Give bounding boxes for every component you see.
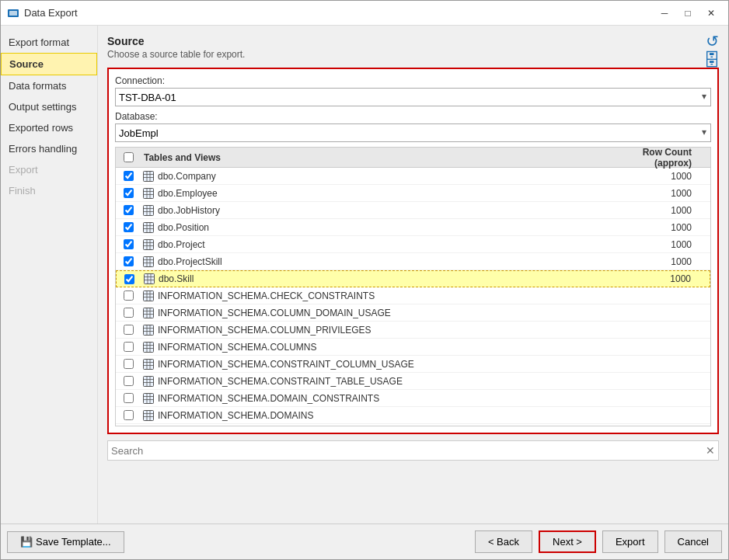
row-checkbox[interactable] — [116, 376, 141, 386]
row-check-input[interactable] — [124, 290, 134, 301]
row-checkbox[interactable] — [117, 274, 141, 284]
row-check-input[interactable] — [124, 410, 134, 420]
svg-rect-17 — [144, 222, 154, 232]
row-count: 1000 — [617, 239, 710, 250]
cancel-button[interactable]: Cancel — [664, 530, 722, 553]
sidebar-item-export-format[interactable]: Export format — [1, 32, 97, 53]
table-row[interactable]: dbo.Skill 1000 — [116, 270, 710, 287]
row-check-input[interactable] — [124, 222, 134, 232]
table-row[interactable]: dbo.Employee 1000 — [116, 185, 710, 202]
database-select[interactable]: JobEmpl — [115, 123, 711, 142]
connection-select[interactable]: TST-DBA-01 — [115, 88, 711, 106]
row-checkbox[interactable] — [116, 188, 141, 198]
row-check-input[interactable] — [124, 205, 134, 215]
table-row[interactable]: INFORMATION_SCHEMA.COLUMN_PRIVILEGES — [116, 322, 710, 339]
row-name: dbo.Company — [158, 170, 617, 183]
connection-select-wrapper: TST-DBA-01 — [115, 88, 711, 106]
search-input[interactable] — [111, 445, 706, 457]
table-row[interactable]: dbo.ProjectSkill 1000 — [116, 253, 710, 270]
sidebar-item-source[interactable]: Source — [1, 53, 97, 75]
row-checkbox[interactable] — [116, 325, 141, 335]
save-template-button[interactable]: 💾 Save Template... — [7, 531, 124, 553]
table-row[interactable]: INFORMATION_SCHEMA.CHECK_CONSTRAINTS — [116, 287, 710, 304]
table-row[interactable]: INFORMATION_SCHEMA.CONSTRAINT_TABLE_USAG… — [116, 373, 710, 390]
table-header: Tables and Views Row Count (approx) — [116, 148, 710, 168]
row-checkbox[interactable] — [116, 222, 141, 232]
svg-rect-7 — [144, 188, 154, 198]
close-button[interactable]: ✕ — [700, 4, 722, 23]
row-checkbox[interactable] — [116, 256, 141, 266]
row-check-input[interactable] — [124, 325, 134, 335]
row-check-input[interactable] — [124, 393, 134, 403]
row-check-input[interactable] — [124, 239, 134, 249]
table-icon — [141, 205, 156, 216]
table-icon — [141, 290, 156, 301]
table-icon — [141, 171, 156, 182]
next-button[interactable]: Next > — [539, 530, 596, 553]
table-icon — [141, 393, 156, 404]
sidebar-item-finish: Finish — [1, 180, 97, 201]
row-name: dbo.Project — [158, 238, 617, 251]
table-icon — [141, 256, 156, 267]
app-icon — [7, 7, 19, 19]
row-check-input[interactable] — [124, 171, 134, 181]
row-name: INFORMATION_SCHEMA.DOMAIN_CONSTRAINTS — [158, 392, 617, 405]
svg-rect-72 — [144, 410, 154, 420]
row-name: INFORMATION_SCHEMA.CONSTRAINT_COLUMN_USA… — [158, 358, 617, 370]
refresh-icon: ↻ — [706, 32, 719, 50]
sidebar-item-export: Export — [1, 159, 97, 180]
row-checkbox[interactable] — [116, 308, 141, 318]
row-checkbox[interactable] — [116, 359, 141, 369]
source-section: Connection: TST-DBA-01 Database: JobEmpl — [107, 68, 719, 434]
row-checkbox[interactable] — [116, 171, 141, 181]
svg-rect-67 — [144, 393, 154, 403]
row-name: INFORMATION_SCHEMA.COLUMNS — [158, 341, 617, 353]
select-all-checkbox[interactable] — [124, 152, 134, 162]
window-controls: ─ □ ✕ — [654, 4, 722, 23]
row-name: INFORMATION_SCHEMA.CHECK_CONSTRAINTS — [158, 290, 617, 302]
table-row[interactable]: INFORMATION_SCHEMA.DOMAIN_CONSTRAINTS — [116, 390, 710, 407]
table-scroll-area[interactable]: dbo.Company 1000 dbo.Employee 1000 — [116, 168, 710, 426]
table-icon — [141, 273, 157, 284]
svg-rect-57 — [144, 359, 154, 369]
sidebar-item-exported-rows[interactable]: Exported rows — [1, 117, 97, 138]
row-check-input[interactable] — [124, 342, 134, 352]
row-checkbox[interactable] — [116, 342, 141, 352]
window-title: Data Export — [24, 7, 654, 19]
minimize-button[interactable]: ─ — [654, 4, 675, 23]
clear-search-button[interactable]: ✕ — [706, 445, 715, 456]
page-subtitle: Choose a source table for export. — [107, 49, 719, 60]
row-check-input[interactable] — [124, 256, 134, 266]
table-row[interactable]: INFORMATION_SCHEMA.DOMAINS — [116, 407, 710, 424]
row-checkbox[interactable] — [116, 239, 141, 249]
row-check-input[interactable] — [124, 188, 134, 198]
row-checkbox[interactable] — [116, 290, 141, 301]
row-name: INFORMATION_SCHEMA.COLUMN_DOMAIN_USAGE — [158, 307, 617, 319]
back-button[interactable]: < Back — [475, 530, 532, 553]
row-check-input[interactable] — [124, 376, 134, 386]
main-content: Source Choose a source table for export.… — [98, 26, 728, 523]
table-row[interactable]: dbo.Company 1000 — [116, 168, 710, 185]
table-row[interactable]: INFORMATION_SCHEMA.COLUMN_DOMAIN_USAGE — [116, 304, 710, 322]
sidebar-item-output-settings[interactable]: Output settings — [1, 96, 97, 117]
row-check-input[interactable] — [124, 308, 134, 318]
connection-row: Connection: TST-DBA-01 — [115, 75, 711, 106]
maximize-button[interactable]: □ — [677, 4, 699, 23]
table-row[interactable]: INFORMATION_SCHEMA.CONSTRAINT_COLUMN_USA… — [116, 356, 710, 373]
svg-rect-37 — [144, 290, 154, 301]
table-row[interactable]: INFORMATION_SCHEMA.KEY_COLUMN_USAGE — [116, 424, 710, 426]
table-row[interactable]: dbo.Position 1000 — [116, 219, 710, 236]
table-row[interactable]: dbo.Project 1000 — [116, 236, 710, 253]
row-count: 1000 — [616, 273, 710, 284]
sidebar-item-errors-handling[interactable]: Errors handling — [1, 138, 97, 159]
table-row[interactable]: INFORMATION_SCHEMA.COLUMNS — [116, 339, 710, 356]
row-checkbox[interactable] — [116, 205, 141, 215]
row-checkbox[interactable] — [116, 393, 141, 403]
export-button[interactable]: Export — [602, 530, 658, 553]
sidebar-item-data-formats[interactable]: Data formats — [1, 75, 97, 96]
row-checkbox[interactable] — [116, 410, 141, 420]
row-check-input[interactable] — [124, 274, 134, 284]
svg-rect-42 — [144, 308, 154, 318]
table-row[interactable]: dbo.JobHistory 1000 — [116, 202, 710, 219]
row-check-input[interactable] — [124, 359, 134, 369]
